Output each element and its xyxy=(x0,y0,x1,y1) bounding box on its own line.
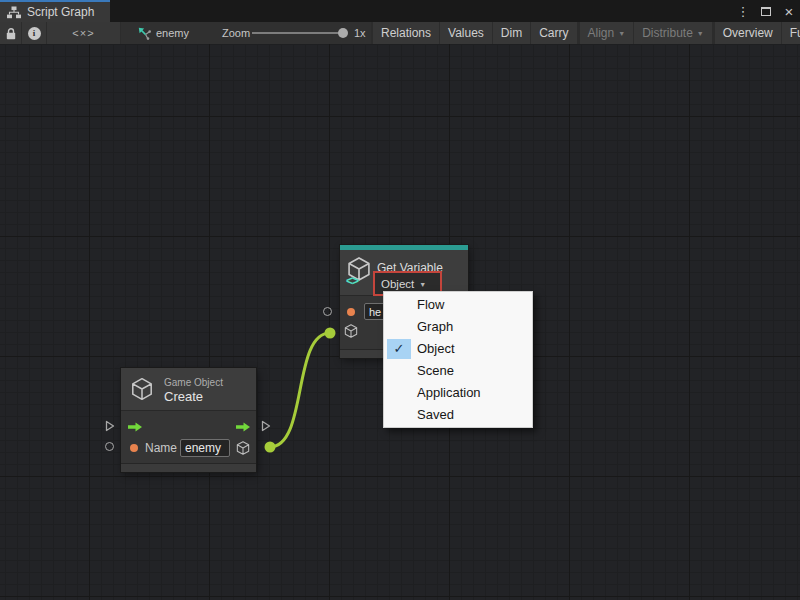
node-game-object-create[interactable]: Game Object Create Name xyxy=(121,368,256,472)
node-title: Create xyxy=(164,389,203,404)
relations-button[interactable]: Relations xyxy=(373,22,439,44)
flow-arrow-out-icon xyxy=(235,422,251,432)
window-controls: ⋮ × xyxy=(736,0,796,22)
chevron-down-icon: ▼ xyxy=(697,29,704,37)
breadcrumb-strip: enemy Zoom 1x xyxy=(121,22,371,44)
value-port-variable-name[interactable] xyxy=(347,308,355,316)
carry-button[interactable]: Carry xyxy=(531,22,576,44)
node-body: Name xyxy=(121,410,256,463)
graph-icon xyxy=(137,26,151,40)
menu-item-object[interactable]: ✓ Object xyxy=(384,338,532,360)
value-port-name[interactable] xyxy=(130,444,138,452)
code-brackets-icon: <> xyxy=(346,274,358,288)
menu-item-saved[interactable]: Saved xyxy=(384,404,532,426)
scope-value: Object xyxy=(381,278,414,290)
tab-script-graph[interactable]: Script Graph xyxy=(0,0,110,22)
script-graph-window: Script Graph ⋮ × i <×> xyxy=(0,0,800,600)
cube-port-icon xyxy=(343,323,359,339)
scope-context-menu: Flow Graph ✓ Object Scene Application Sa… xyxy=(383,291,533,428)
zoom-label: Zoom xyxy=(222,27,250,39)
menu-item-flow[interactable]: Flow xyxy=(384,294,532,316)
tab-bar: Script Graph ⋮ × xyxy=(0,0,800,22)
overview-button[interactable]: Overview xyxy=(715,22,781,44)
breadcrumb[interactable]: enemy xyxy=(121,26,189,40)
close-icon[interactable]: × xyxy=(782,2,796,20)
node-category: Game Object xyxy=(164,377,223,388)
check-icon: ✓ xyxy=(387,339,411,359)
flow-input-port[interactable] xyxy=(105,420,115,432)
window-menu-icon[interactable]: ⋮ xyxy=(736,2,750,20)
zoom-slider-handle[interactable] xyxy=(338,28,348,38)
name-input[interactable] xyxy=(180,439,230,457)
zoom-value: 1x xyxy=(354,27,366,39)
values-button[interactable]: Values xyxy=(440,22,492,44)
full-screen-button[interactable]: Full Screen xyxy=(782,22,800,44)
menu-item-graph[interactable]: Graph xyxy=(384,316,532,338)
code-icon: <×> xyxy=(72,27,94,39)
graph-name: enemy xyxy=(156,27,189,39)
value-input-port[interactable] xyxy=(105,442,114,451)
toolbar-buttons: Relations Values Dim Carry Align ▼ Distr… xyxy=(372,22,800,44)
distribute-button[interactable]: Distribute ▼ xyxy=(634,22,712,44)
lock-button[interactable] xyxy=(0,22,21,44)
chevron-down-icon: ▼ xyxy=(618,29,625,37)
graph-toolbar: i <×> enemy Zoom 1x xyxy=(0,22,800,44)
chevron-down-icon: ▼ xyxy=(419,280,426,288)
name-field-label: Name xyxy=(145,441,177,455)
flow-arrow-in-icon xyxy=(127,422,143,432)
maximize-icon[interactable] xyxy=(759,2,773,20)
zoom-slider-track[interactable] xyxy=(252,32,347,34)
tab-title: Script Graph xyxy=(27,5,94,19)
inspect-button[interactable]: i xyxy=(22,22,46,44)
menu-item-scene[interactable]: Scene xyxy=(384,360,532,382)
node-footer xyxy=(121,463,256,472)
info-icon: i xyxy=(28,27,41,40)
node-header: Game Object Create xyxy=(121,368,256,410)
cube-port-icon xyxy=(235,440,251,456)
align-button[interactable]: Align ▼ xyxy=(580,22,634,44)
code-preview-button[interactable]: <×> xyxy=(47,22,120,44)
dim-button[interactable]: Dim xyxy=(493,22,530,44)
cube-icon xyxy=(129,376,155,402)
lock-icon xyxy=(5,27,17,40)
value-input-port[interactable] xyxy=(323,307,332,316)
menu-item-application[interactable]: Application xyxy=(384,382,532,404)
flow-output-port[interactable] xyxy=(261,420,271,432)
graph-hierarchy-icon xyxy=(7,6,21,19)
